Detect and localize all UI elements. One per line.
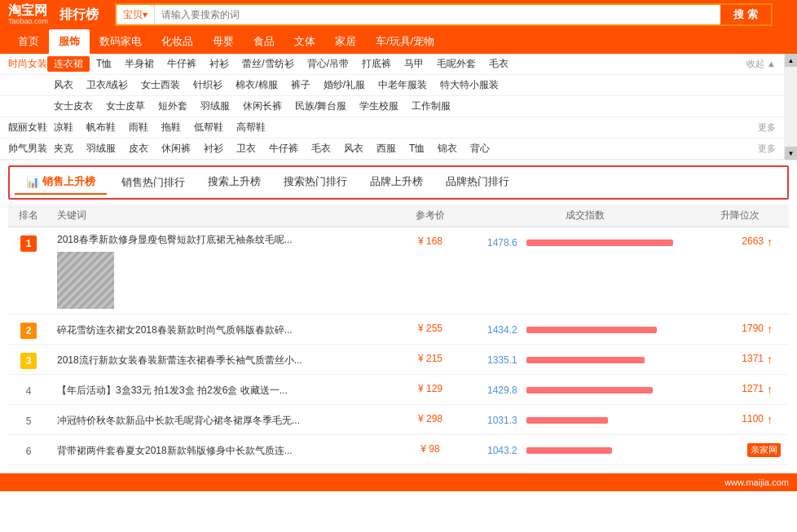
cat-item-pants[interactable]: 裤子	[284, 77, 317, 93]
cat-item-windcoat[interactable]: 风衣	[47, 77, 80, 93]
table-row: 6 背带裙两件套春夏女2018新款韩版修身中长款气质连... ¥ 98 1043…	[8, 435, 789, 465]
cat-item-casual-men[interactable]: 休闲裤	[155, 141, 197, 156]
ranking-tab-sales-hot[interactable]: 销售热门排行	[107, 170, 196, 195]
ranking-tab-search-up[interactable]: 搜索上升榜	[196, 170, 272, 195]
nav-tab-toys[interactable]: 车/玩具/宠物	[366, 29, 444, 54]
brand-badge-6[interactable]: 亲家网	[747, 443, 781, 457]
cat-item-jeans[interactable]: 牛仔裤	[161, 56, 203, 72]
cat-item-knit[interactable]: 针织衫	[187, 77, 229, 93]
cat-item-leggings[interactable]: 打底裤	[355, 56, 398, 72]
cat-item-dress[interactable]: 连衣裙	[47, 56, 90, 72]
keyword-text-3[interactable]: 2018流行新款女装春装新蕾连衣裙春季长袖气质蕾丝小...	[57, 353, 381, 367]
category-more-menswear[interactable]: 更多	[750, 143, 784, 155]
col-volume-1: 1478.6	[479, 232, 691, 248]
cat-item-jeans-men[interactable]: 牛仔裤	[262, 141, 305, 156]
cat-item-cotton[interactable]: 棉衣/棉服	[229, 77, 284, 93]
rank-badge-5: 5	[20, 413, 37, 429]
cat-item-school[interactable]: 学生校服	[353, 99, 405, 114]
logo-main: 淘宝网	[8, 3, 47, 18]
cat-item-sweater-men[interactable]: 毛衣	[305, 141, 337, 156]
nav-tab-digital[interactable]: 数码家电	[90, 29, 152, 54]
nav-tab-fashion[interactable]: 服饰	[49, 29, 90, 54]
cat-item-wedding[interactable]: 婚纱/礼服	[317, 77, 372, 93]
cat-item-shirt[interactable]: 衬衫	[203, 56, 236, 72]
keyword-image-1	[57, 252, 114, 309]
cat-item-sweater[interactable]: 毛衣	[482, 56, 515, 72]
cat-item-lace[interactable]: 蕾丝/雪纺衫	[236, 56, 300, 72]
nav-tab-home[interactable]: 首页	[8, 29, 49, 54]
cat-item-high-heel[interactable]: 高帮鞋	[230, 120, 272, 135]
cat-item-formal[interactable]: 西服	[370, 141, 403, 156]
category-row-womenshoes: 靓丽女鞋 凉鞋 帆布鞋 雨鞋 拖鞋 低帮鞋 高帮鞋 更多	[0, 117, 784, 138]
search-input[interactable]	[155, 5, 720, 24]
footer-text: www.maijia.com	[724, 477, 789, 487]
scroll-up-btn[interactable]: ▲	[785, 54, 797, 67]
cat-item-casual-pants[interactable]: 休闲长裤	[236, 99, 288, 114]
keyword-text-4[interactable]: 【年后活动】3盒33元 拍1发3盒 拍2发6盒 收藏送一...	[57, 383, 381, 398]
cat-item-low-top[interactable]: 低帮鞋	[187, 120, 230, 135]
cat-item-uniform[interactable]: 工作制服	[405, 99, 457, 114]
cat-item-shirt-men[interactable]: 衬衫	[197, 141, 230, 156]
rank-badge-4: 4	[20, 383, 37, 399]
keyword-text-6[interactable]: 背带裙两件套春夏女2018新款韩版修身中长款气质连...	[57, 443, 381, 458]
cat-item-fur[interactable]: 女士皮草	[99, 99, 152, 114]
col-change-4: 1271 ↑	[691, 380, 789, 396]
table-row: 1 2018春季新款修身显瘦包臀短款打底裙无袖条纹毛呢... ¥ 168 147…	[8, 227, 789, 314]
search-prefix[interactable]: 宝贝▾	[117, 5, 155, 24]
scroll-down-btn[interactable]: ▼	[785, 147, 797, 160]
cat-item-special-size[interactable]: 特大特小服装	[434, 77, 505, 93]
change-arrow-1: ↑	[767, 235, 773, 248]
nav-tab-sports[interactable]: 文体	[284, 29, 325, 54]
cat-item-vest[interactable]: 背心/吊带	[301, 56, 355, 72]
cat-item-sandals[interactable]: 凉鞋	[47, 120, 80, 135]
volume-num-5: 1031.3	[487, 415, 522, 426]
cat-item-coat[interactable]: 毛呢外套	[430, 56, 482, 72]
volume-num-3: 1335.1	[487, 354, 522, 366]
cat-item-canvas[interactable]: 帆布鞋	[80, 120, 122, 135]
change-arrow-3: ↑	[767, 353, 773, 366]
cat-item-suit[interactable]: 女士西装	[134, 77, 187, 93]
cat-item-tshirt[interactable]: T恤	[90, 56, 118, 72]
ranking-tab-sales-up[interactable]: 📊 销售上升榜	[15, 170, 107, 195]
keyword-text-2[interactable]: 碎花雪纺连衣裙女2018春装新款时尚气质韩版春款碎...	[57, 323, 381, 337]
ranking-tab-brand-up[interactable]: 品牌上升榜	[359, 170, 434, 195]
cat-item-ethnic[interactable]: 民族/舞台服	[288, 99, 353, 114]
ranking-tabs-container: 📊 销售上升榜 销售热门排行 搜索上升榜 搜索热门排行 品牌上升榜 品牌热门排行	[8, 165, 789, 200]
col-rank-5: 5	[8, 410, 49, 429]
col-header-change: 升降位次	[691, 209, 789, 222]
cat-item-brocade[interactable]: 锦衣	[431, 141, 464, 156]
nav-tab-cosmetics[interactable]: 化妆品	[152, 29, 203, 54]
cat-item-leather[interactable]: 女士皮衣	[47, 99, 99, 114]
bar-up-icon: 📊	[26, 176, 39, 188]
category-more-womenshoes[interactable]: 更多	[750, 121, 784, 134]
cat-item-down-men[interactable]: 羽绒服	[80, 141, 122, 156]
cat-item-windcoat-men[interactable]: 风衣	[337, 141, 370, 156]
cat-item-vest2[interactable]: 马甲	[398, 56, 430, 72]
cat-item-leather-men[interactable]: 皮衣	[122, 141, 155, 156]
cat-item-vest-men[interactable]: 背心	[464, 141, 496, 156]
ranking-tab-search-hot[interactable]: 搜索热门排行	[272, 170, 359, 195]
cat-item-hoodie-men[interactable]: 卫衣	[230, 141, 262, 156]
keyword-text-1[interactable]: 2018春季新款修身显瘦包臀短款打底裙无袖条纹毛呢...	[57, 232, 381, 247]
nav-tab-baby[interactable]: 母婴	[203, 29, 244, 54]
cat-item-short-jacket[interactable]: 短外套	[152, 99, 194, 114]
cat-item-rain[interactable]: 雨鞋	[122, 120, 155, 135]
category-collapse-btn[interactable]: 收起 ▲	[738, 58, 784, 70]
cat-item-slippers[interactable]: 拖鞋	[155, 120, 187, 135]
nav-tab-home-decor[interactable]: 家居	[325, 29, 366, 54]
cat-item-jacket[interactable]: 夹克	[47, 141, 80, 156]
logo: 淘宝网 Taobao.com	[8, 3, 48, 25]
col-price-5: ¥ 298	[381, 410, 479, 424]
cat-item-down[interactable]: 羽绒服	[194, 99, 236, 114]
cat-item-tshirt-men[interactable]: T恤	[403, 141, 431, 156]
nav-tab-food[interactable]: 食品	[244, 29, 284, 54]
category-items-womenswear: 连衣裙 T恤 半身裙 牛仔裤 衬衫 蕾丝/雪纺衫 背心/吊带 打底裤 马甲 毛呢…	[47, 56, 515, 72]
cat-item-hoodie[interactable]: 卫衣/绒衫	[80, 77, 134, 93]
category-label-womenswear: 时尚女装	[0, 57, 47, 71]
cat-item-middle-age[interactable]: 中老年服装	[372, 77, 434, 93]
rank-badge-2: 2	[20, 323, 37, 339]
keyword-text-5[interactable]: 冲冠特价秋冬款新品中长款毛呢背心裙冬裙厚冬季毛无...	[57, 413, 381, 428]
ranking-tab-brand-hot[interactable]: 品牌热门排行	[434, 170, 521, 195]
cat-item-skirt[interactable]: 半身裙	[118, 56, 161, 72]
search-button[interactable]: 搜 索	[720, 5, 771, 24]
